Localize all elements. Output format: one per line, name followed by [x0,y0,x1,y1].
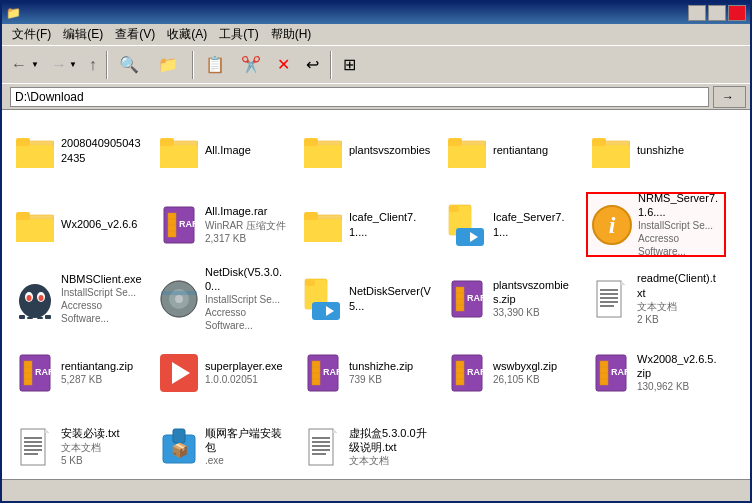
file-item[interactable]: plantsvszombies [298,118,438,183]
maximize-button[interactable] [708,5,726,21]
toolbar-separator-2 [192,51,194,79]
file-info: 顺网客户端安装包 .exe [205,426,289,468]
file-name: All.Image.rar [205,204,286,218]
up-button[interactable]: ↑ [84,50,102,80]
back-dropdown-icon[interactable]: ▼ [31,60,39,69]
file-info: wswbyxgl.zip 26,105 KB [493,359,557,386]
svg-text:RAR: RAR [323,367,340,377]
file-name: Wx2008_v2.6.5.zip [637,352,721,381]
file-item[interactable]: RAR tunshizhe.zip 739 KB [298,340,438,405]
file-name: Icafe_Server7.1... [493,210,577,239]
svg-rect-2 [16,145,54,168]
file-item[interactable]: RAR plantsvszombies.zip 33,390 KB [442,266,582,331]
file-icon: RAR [447,279,487,319]
file-name: plantsvszombies.zip [493,278,577,307]
back-button[interactable]: ← ▼ [6,50,44,80]
file-meta: InstallScript Se... [638,219,720,232]
file-icon [591,131,631,171]
copy-button[interactable]: 📋 [198,50,232,80]
file-info: Wx2006_v2.6.6 [61,217,137,231]
view-button[interactable]: ⊞ [336,50,363,80]
toolbar-separator-3 [330,51,332,79]
file-item[interactable]: NetDisk(V5.3.0.0... InstallScript Se...A… [154,266,294,331]
file-item[interactable]: RAR All.Image.rar WinRAR 压缩文件2,317 KB [154,192,294,257]
file-item[interactable]: RAR rentiantang.zip 5,287 KB [10,340,150,405]
undo-button[interactable]: ↩ [299,50,326,80]
file-name: Icafe_Client7.1.... [349,210,433,239]
file-icon [159,353,199,393]
file-item[interactable]: Wx2006_v2.6.6 [10,192,150,257]
file-name: 虚拟盒5.3.0.0升级说明.txt [349,426,433,455]
svg-text:RAR: RAR [467,293,484,303]
minimize-button[interactable] [688,5,706,21]
address-input[interactable] [10,87,709,107]
move-button[interactable]: ✂️ [234,50,268,80]
window-icon: 📁 [6,6,21,20]
file-item[interactable]: Icafe_Client7.1.... [298,192,438,257]
file-meta: InstallScript Se... [61,286,145,299]
file-item[interactable]: 20080409050432435 [10,118,150,183]
forward-dropdown-icon[interactable]: ▼ [69,60,77,69]
file-info: plantsvszombies.zip 33,390 KB [493,278,577,320]
svg-rect-3 [16,138,30,146]
svg-rect-15 [448,138,462,146]
file-name: rentiantang [493,143,548,157]
svg-text:RAR: RAR [179,219,196,229]
file-info: NBMSClient.exe InstallScript Se...Accres… [61,272,145,325]
file-info: NetDiskServer(V5... [349,284,433,313]
search-button[interactable]: 🔍 [112,50,149,80]
file-item[interactable]: Icafe_Server7.1... [442,192,582,257]
svg-rect-35 [304,212,318,220]
menu-tools[interactable]: 工具(T) [213,24,264,45]
file-item[interactable]: tunshizhe [586,118,726,183]
file-item[interactable]: rentiantang [442,118,582,183]
file-item[interactable]: superplayer.exe 1.0.0.02051 [154,340,294,405]
delete-icon: ✕ [277,55,290,74]
file-item[interactable]: All.Image [154,118,294,183]
menu-help[interactable]: 帮助(H) [265,24,318,45]
file-item[interactable]: 📦 顺网客户端安装包 .exe [154,414,294,479]
file-icon [15,205,55,245]
menu-file[interactable]: 文件(F) [6,24,57,45]
file-meta: 文本文档 [349,454,433,467]
file-info: superplayer.exe 1.0.0.02051 [205,359,283,386]
toolbar: ← ▼ → ▼ ↑ 🔍 📁 📋 ✂️ ✕ ↩ [2,46,750,84]
file-item[interactable]: i NRMS_Server7.1.6.... InstallScript Se.… [586,192,726,257]
menu-view[interactable]: 查看(V) [109,24,161,45]
file-item[interactable]: readme(Client).txt 文本文档2 KB [586,266,726,331]
svg-point-55 [175,295,183,303]
go-button[interactable]: → [713,86,746,108]
svg-rect-7 [160,138,174,146]
file-name: 安装必读.txt [61,426,120,440]
file-icon [303,131,343,171]
svg-rect-48 [45,315,51,319]
file-item[interactable]: 虚拟盒5.3.0.0升级说明.txt 文本文档 [298,414,438,479]
svg-rect-10 [304,145,342,168]
close-button[interactable] [728,5,746,21]
menu-edit[interactable]: 编辑(E) [57,24,109,45]
file-item[interactable]: NetDiskServer(V5... [298,266,438,331]
file-meta: 5,287 KB [61,373,133,386]
file-meta: 1.0.0.02051 [205,373,283,386]
svg-rect-11 [304,138,318,146]
menu-favorites[interactable]: 收藏(A) [161,24,213,45]
svg-rect-57 [161,291,197,295]
file-icon [15,279,55,319]
file-icon [15,131,55,171]
delete-button[interactable]: ✕ [270,50,297,80]
file-item[interactable]: RAR Wx2008_v2.6.5.zip 130,962 KB [586,340,726,405]
folders-button[interactable]: 📁 [151,50,188,80]
file-item[interactable]: 安装必读.txt 文本文档5 KB [10,414,150,479]
file-icon [447,205,487,245]
undo-icon: ↩ [306,55,319,74]
svg-text:📦: 📦 [171,442,189,459]
file-item[interactable]: RAR wswbyxgl.zip 26,105 KB [442,340,582,405]
file-meta: Accresso Software... [638,232,720,258]
forward-button[interactable]: → ▼ [46,50,82,80]
file-name: readme(Client).txt [637,271,721,300]
address-bar: → [2,84,750,110]
svg-rect-19 [592,138,606,146]
file-content: 20080409050432435 All.Image [2,110,750,479]
file-item[interactable]: NBMSClient.exe InstallScript Se...Accres… [10,266,150,331]
file-name: Wx2006_v2.6.6 [61,217,137,231]
